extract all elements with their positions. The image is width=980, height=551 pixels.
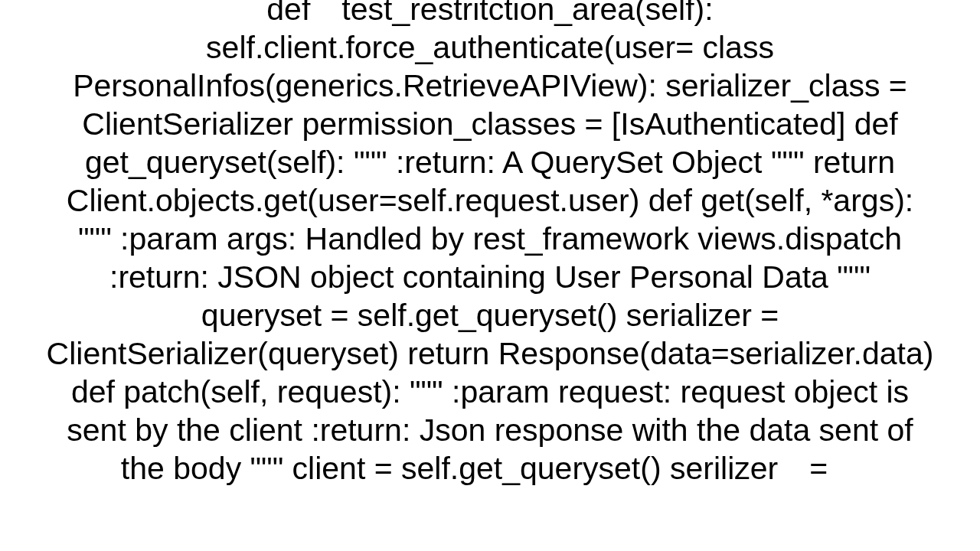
code-text-block: def test_restritction_area(self): self.c… — [0, 0, 980, 487]
